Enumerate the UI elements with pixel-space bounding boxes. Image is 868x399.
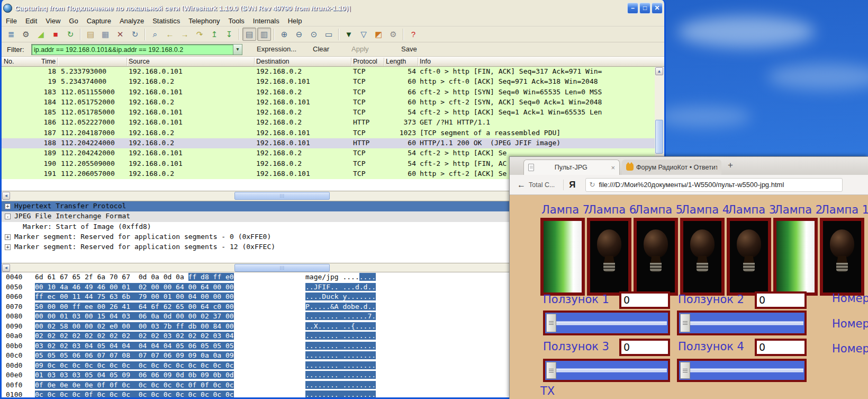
maximize-button[interactable]: □ bbox=[639, 3, 650, 14]
column-divider[interactable] bbox=[57, 58, 58, 66]
close-capture-icon[interactable]: ✕ bbox=[113, 28, 127, 41]
slider-thumb[interactable] bbox=[680, 314, 690, 332]
column-header-protocol[interactable]: Protocol bbox=[353, 58, 377, 65]
tab-close-icon[interactable]: × bbox=[611, 164, 615, 172]
slider-thumb[interactable] bbox=[680, 362, 690, 379]
packet-row[interactable]: 184112.051752000192.168.0.2192.168.0.101… bbox=[2, 97, 655, 108]
packet-row[interactable]: 183112.051155000192.168.0.101192.168.0.2… bbox=[2, 87, 655, 97]
capture-filter-icon[interactable]: ▼ bbox=[342, 28, 356, 41]
zoom-out-icon[interactable]: ⊖ bbox=[292, 28, 306, 41]
colorize-toggle-icon[interactable]: ▤ bbox=[242, 28, 256, 41]
column-divider[interactable] bbox=[418, 58, 419, 66]
back-page-label[interactable]: Total C... bbox=[529, 181, 555, 189]
expression-button[interactable]: Expression... bbox=[257, 45, 296, 53]
zoom-in-icon[interactable]: ⊕ bbox=[277, 28, 291, 41]
open-file-icon[interactable]: ▤ bbox=[84, 28, 97, 41]
scroll-left-icon[interactable]: ◄ bbox=[2, 264, 10, 272]
column-divider[interactable] bbox=[351, 58, 352, 66]
column-divider[interactable] bbox=[126, 58, 128, 66]
filter-combo[interactable]: ip.addr == 192.168.0.101&&ip.addr == 192… bbox=[31, 44, 242, 55]
packet-row[interactable]: 187112.204187000192.168.0.2192.168.0.101… bbox=[2, 128, 655, 138]
packet-row[interactable]: 195.234374000192.168.0.2192.168.0.101TCP… bbox=[2, 77, 655, 87]
slider-thumb[interactable] bbox=[546, 362, 556, 379]
resize-columns-icon[interactable]: ▭ bbox=[322, 28, 336, 41]
expander-icon[interactable]: + bbox=[5, 244, 11, 250]
capture-options-icon[interactable]: ⚙ bbox=[19, 28, 33, 41]
apply-button[interactable]: Apply bbox=[351, 45, 369, 53]
menu-analyze[interactable]: Analyze bbox=[115, 16, 148, 26]
packet-list-header[interactable]: No.TimeSourceDestinationProtocolLengthIn… bbox=[2, 57, 664, 67]
column-header-time[interactable]: Time bbox=[41, 58, 56, 65]
url-text[interactable]: file:///D:/Мои%20документы/1-W5500/пульт… bbox=[599, 181, 784, 189]
expander-icon[interactable]: - bbox=[5, 214, 11, 219]
scroll-up-icon[interactable]: ▲ bbox=[655, 67, 663, 75]
menu-internals[interactable]: Internals bbox=[249, 16, 284, 26]
capture-start-icon[interactable]: ◢ bbox=[34, 28, 48, 41]
new-tab-button[interactable]: + bbox=[728, 160, 733, 171]
packet-row[interactable]: 186112.052227000192.168.0.101192.168.0.2… bbox=[2, 118, 655, 128]
interface-list-icon[interactable]: ≣ bbox=[4, 28, 18, 41]
slider-2[interactable] bbox=[677, 311, 807, 335]
scroll-left-icon[interactable]: ◄ bbox=[2, 192, 10, 200]
column-divider[interactable] bbox=[254, 58, 255, 66]
menu-edit[interactable]: Edit bbox=[21, 16, 41, 26]
filter-dropdown-icon[interactable]: ▾ bbox=[233, 45, 242, 55]
slider-4[interactable] bbox=[677, 359, 807, 382]
back-icon[interactable]: ← bbox=[517, 180, 526, 190]
minimize-button[interactable]: – bbox=[627, 3, 638, 14]
column-header-destination[interactable]: Destination bbox=[256, 58, 290, 65]
column-header-info[interactable]: Info bbox=[420, 58, 431, 65]
close-button[interactable]: ✕ bbox=[652, 3, 663, 14]
tab-pult-jpg[interactable]: Пульт-JPG × bbox=[523, 159, 620, 175]
save-file-icon[interactable]: ▦ bbox=[98, 28, 112, 41]
menu-file[interactable]: File bbox=[2, 16, 21, 26]
go-to-packet-icon[interactable]: ↷ bbox=[193, 28, 206, 41]
menu-statistics[interactable]: Statistics bbox=[148, 16, 184, 26]
vscroll-thumb[interactable] bbox=[655, 120, 663, 154]
yandex-button[interactable]: Я bbox=[563, 180, 581, 190]
tab-radiokot-forum[interactable]: Форум РадиоКот • Ответить bbox=[622, 159, 721, 175]
go-top-icon[interactable]: ↥ bbox=[207, 28, 221, 41]
menu-help[interactable]: Help bbox=[284, 16, 306, 26]
slider-1[interactable] bbox=[543, 311, 670, 335]
reload-icon[interactable]: ↻ bbox=[590, 181, 595, 189]
slider-value-field-4[interactable]: 0 bbox=[755, 339, 807, 356]
hscroll-thumb[interactable]: ⦙⦙⦙ bbox=[234, 192, 330, 200]
slider-value-field-3[interactable]: 0 bbox=[619, 339, 670, 356]
capture-restart-icon[interactable]: ↻ bbox=[64, 28, 77, 41]
column-header-no[interactable]: No. bbox=[4, 58, 14, 65]
go-bottom-icon[interactable]: ↧ bbox=[222, 28, 236, 41]
help-icon[interactable]: ? bbox=[406, 28, 420, 41]
slider-thumb[interactable] bbox=[546, 314, 556, 332]
wireshark-titlebar[interactable]: Capturing from Подключение по локальной … bbox=[0, 0, 666, 16]
column-divider[interactable] bbox=[384, 58, 385, 66]
go-forward-icon[interactable]: → bbox=[178, 28, 192, 41]
slider-value-field-1[interactable]: 0 bbox=[619, 291, 670, 309]
menu-view[interactable]: View bbox=[41, 16, 65, 26]
reload-icon[interactable]: ↻ bbox=[128, 28, 142, 41]
menu-tools[interactable]: Tools bbox=[224, 16, 248, 26]
menu-telephony[interactable]: Telephony bbox=[184, 16, 224, 26]
menu-capture[interactable]: Capture bbox=[83, 16, 115, 26]
expander-icon[interactable]: + bbox=[5, 203, 11, 209]
menu-go[interactable]: Go bbox=[65, 16, 82, 26]
display-filter-icon[interactable]: ▽ bbox=[357, 28, 370, 41]
packet-row[interactable]: 188112.204224000192.168.0.2192.168.0.101… bbox=[2, 138, 655, 148]
column-header-source[interactable]: Source bbox=[129, 58, 150, 65]
clear-button[interactable]: Clear bbox=[313, 45, 329, 53]
zoom-100-icon[interactable]: ⊙ bbox=[307, 28, 321, 41]
column-header-length[interactable]: Length bbox=[386, 58, 406, 65]
coloring-rules-icon[interactable]: ◩ bbox=[372, 28, 385, 41]
autoscroll-toggle-icon[interactable]: ▥ bbox=[257, 28, 271, 41]
filter-input[interactable]: ip.addr == 192.168.0.101&&ip.addr == 192… bbox=[32, 46, 233, 54]
capture-stop-icon[interactable]: ■ bbox=[49, 28, 62, 41]
preferences-icon[interactable]: ⚙ bbox=[386, 28, 400, 41]
find-packet-icon[interactable]: ⌕ bbox=[148, 28, 162, 41]
slider-value-field-2[interactable]: 0 bbox=[755, 291, 807, 309]
expander-icon[interactable]: + bbox=[5, 234, 11, 240]
go-back-icon[interactable]: ← bbox=[163, 28, 177, 41]
slider-3[interactable] bbox=[543, 359, 670, 382]
hscroll-thumb[interactable]: ⦙⦙⦙ bbox=[234, 264, 330, 272]
save-button[interactable]: Save bbox=[401, 45, 417, 53]
url-field[interactable]: ↻ file:///D:/Мои%20документы/1-W5500/пул… bbox=[585, 178, 843, 192]
